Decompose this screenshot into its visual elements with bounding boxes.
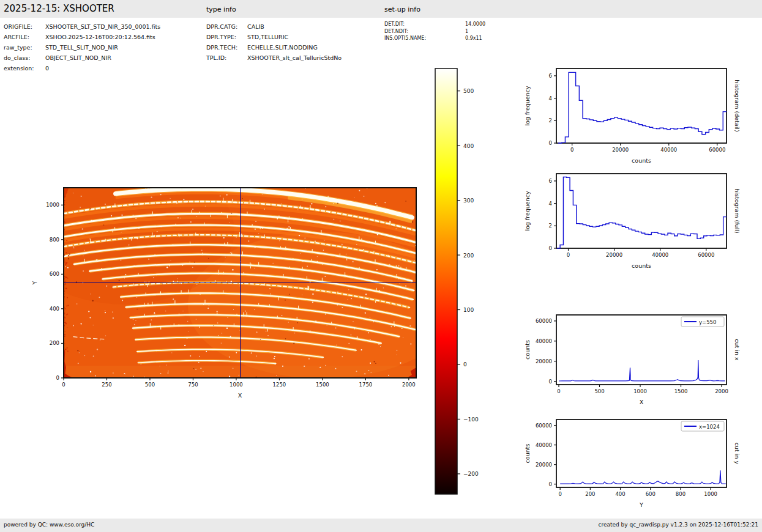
field-label: DET.DIT: xyxy=(384,21,465,28)
type-info-row: DPR.TECH:ECHELLE,SLIT,NODDING xyxy=(206,42,342,53)
svg-text:500: 500 xyxy=(463,88,474,94)
svg-text:600: 600 xyxy=(50,271,59,277)
svg-text:500: 500 xyxy=(145,382,155,388)
svg-text:200: 200 xyxy=(585,491,595,497)
svg-text:−100: −100 xyxy=(463,416,479,423)
field-value: XSHOOTER_SLT_STD_NIR_350_0001.fits xyxy=(45,23,160,30)
svg-text:200: 200 xyxy=(463,253,474,259)
histogram-curve xyxy=(557,177,727,248)
field-label: DPR.TYPE: xyxy=(206,32,247,42)
svg-text:6: 6 xyxy=(549,73,552,79)
svg-text:1000: 1000 xyxy=(633,388,647,394)
svg-text:400: 400 xyxy=(50,306,59,312)
svg-text:4: 4 xyxy=(549,95,552,102)
svg-text:1000: 1000 xyxy=(704,491,717,497)
svg-text:40000: 40000 xyxy=(660,147,677,153)
axes-frame xyxy=(556,174,727,248)
field-label: DET.NDIT: xyxy=(384,28,465,35)
y-axis-label: log frequency xyxy=(524,191,531,231)
cut-curve xyxy=(559,360,725,381)
svg-text:1500: 1500 xyxy=(674,388,688,394)
svg-text:800: 800 xyxy=(676,491,685,497)
setup-info-row: DET.DIT:14.0000 xyxy=(384,21,485,28)
field-value: 14.0000 xyxy=(465,21,485,27)
svg-text:0: 0 xyxy=(549,379,552,385)
histogram-curve xyxy=(558,72,727,143)
cut-curve xyxy=(560,470,726,484)
svg-text:40000: 40000 xyxy=(536,338,552,344)
field-label: raw_type: xyxy=(4,42,45,53)
right-side-label: cut in y xyxy=(734,443,741,465)
svg-text:0: 0 xyxy=(463,361,467,368)
svg-text:60000: 60000 xyxy=(709,147,725,153)
file-info-row: do_class:OBJECT_SLIT_NOD_NIR xyxy=(4,53,160,63)
field-label: extension: xyxy=(4,63,45,73)
svg-text:400: 400 xyxy=(463,143,474,149)
svg-text:40000: 40000 xyxy=(652,252,668,258)
right-side-label: histogram (full) xyxy=(734,188,741,233)
svg-text:1000: 1000 xyxy=(230,382,243,388)
footer-band: powered by QC: www.eso.org/HC created by… xyxy=(0,519,762,532)
x-axis-label: Y xyxy=(639,501,643,508)
svg-text:20000: 20000 xyxy=(612,147,629,153)
svg-text:0: 0 xyxy=(56,375,59,381)
field-label: ARCFILE: xyxy=(4,32,45,42)
svg-text:1000: 1000 xyxy=(46,202,59,208)
field-value: 0 xyxy=(45,65,49,72)
type-info-row: DPR.TYPE:STD,TELLURIC xyxy=(206,32,342,42)
colorbar-gradient xyxy=(435,68,457,494)
field-value: ECHELLE,SLIT,NODDING xyxy=(247,44,318,51)
svg-text:40000: 40000 xyxy=(536,442,552,448)
svg-text:600: 600 xyxy=(646,491,656,497)
legend: y=550 xyxy=(681,317,724,327)
field-value: OBJECT_SLIT_NOD_NIR xyxy=(45,54,111,61)
svg-text:0: 0 xyxy=(549,245,552,251)
svg-text:−200: −200 xyxy=(463,471,479,477)
file-info-row: ARCFILE:XSHOO.2025-12-16T00:20:12.564.fi… xyxy=(4,32,160,42)
y-axis-label: counts xyxy=(524,340,531,360)
footer-created-by: created by qc_rawdisp.py v1.2.3 on 2025-… xyxy=(598,522,758,528)
colorbar: −200−1000100200300400500 xyxy=(428,61,501,499)
y-axis-label: counts xyxy=(524,444,531,464)
setup-info-block: DET.DIT:14.0000 DET.NDIT:1 INS.OPTI5.NAM… xyxy=(384,21,485,42)
svg-text:0: 0 xyxy=(549,481,552,487)
svg-text:20000: 20000 xyxy=(606,252,622,258)
x-axis-label: X xyxy=(640,399,644,405)
svg-text:4: 4 xyxy=(549,201,552,207)
svg-text:2000: 2000 xyxy=(715,388,728,394)
svg-text:20000: 20000 xyxy=(536,358,552,364)
svg-text:2000: 2000 xyxy=(402,382,416,388)
right-side-label: histogram (detail) xyxy=(734,79,741,131)
raw-frame-plot: 0250500750100012501500175020000200400600… xyxy=(24,180,428,405)
field-label: INS.OPTI5.NAME: xyxy=(384,35,465,42)
svg-text:60000: 60000 xyxy=(536,423,552,429)
field-value: STD_TELL_SLIT_NOD_NIR xyxy=(45,44,118,51)
file-info-row: extension:0 xyxy=(4,63,160,73)
svg-text:800: 800 xyxy=(50,237,59,243)
section-title-type-info: type info xyxy=(206,6,236,13)
right-side-label: cut in x xyxy=(734,339,741,361)
svg-text:500: 500 xyxy=(594,388,604,394)
y-axis-label: log frequency xyxy=(524,86,531,126)
svg-text:400: 400 xyxy=(615,491,625,497)
file-info-row: ORIGFILE:XSHOOTER_SLT_STD_NIR_350_0001.f… xyxy=(4,21,160,32)
field-label: ORIGFILE: xyxy=(4,21,45,32)
raw-frame-image xyxy=(14,158,457,379)
field-label: DPR.TECH: xyxy=(206,42,247,53)
footer-powered-by: powered by QC: www.eso.org/HC xyxy=(4,522,94,528)
svg-text:100: 100 xyxy=(463,307,474,313)
section-title-setup-info: set-up info xyxy=(384,6,420,13)
y-axis-label: Y xyxy=(31,281,38,285)
cut-in-x-plot: 05001000150020000200004000060000Xcountsc… xyxy=(517,305,762,416)
legend: x=1024 xyxy=(681,421,724,431)
setup-info-row: INS.OPTI5.NAME:0.9x11 xyxy=(384,35,485,42)
svg-text:0: 0 xyxy=(570,147,573,153)
field-value: 0.9x11 xyxy=(465,35,482,41)
type-info-row: DPR.CATG:CALIB xyxy=(206,21,342,32)
svg-text:750: 750 xyxy=(188,382,198,388)
type-info-row: TPL.ID:XSHOOTER_slt_cal_TelluricStdNo xyxy=(206,53,342,63)
field-label: DPR.CATG: xyxy=(206,21,247,32)
histogram-detail-plot: 02000040000600000246countslog frequencyh… xyxy=(517,58,762,172)
cut-in-y-plot: 020040060080010000200004000060000Ycounts… xyxy=(517,409,762,512)
svg-text:1250: 1250 xyxy=(273,382,286,388)
